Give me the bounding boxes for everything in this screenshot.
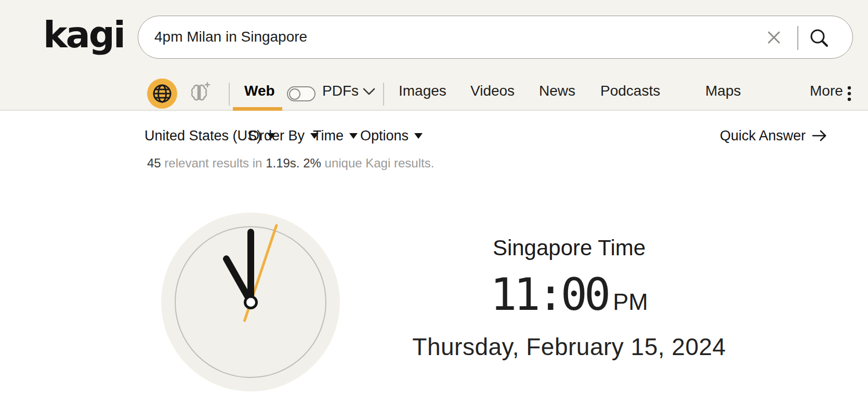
date-display: Thursday, February 15, 2024 [392,334,746,359]
tabbar-divider-right [383,83,384,106]
quick-answer-label: Quick Answer [720,128,806,143]
time-display: 11:00 PM [424,272,715,317]
kagi-search-page: kagi [0,0,868,418]
lens-globe-button[interactable] [147,79,177,109]
analog-clock [161,213,340,391]
kagi-logo[interactable]: kagi [43,14,124,56]
order-by-dropdown-label: Order By [248,128,305,143]
active-tab-underline [233,107,282,111]
quick-answer-button[interactable]: Quick Answer [720,128,827,143]
chevron-down-icon[interactable] [363,88,375,96]
brain-plus-icon [188,81,211,103]
options-dropdown[interactable]: Options [360,128,423,143]
results-timing: 1.19s. 2% [266,156,321,170]
results-count: 45 [147,156,161,170]
options-dropdown-label: Options [360,128,409,143]
kebab-menu-icon[interactable] [847,85,851,103]
time-dropdown[interactable]: Time [313,128,358,143]
search-input[interactable] [154,16,757,58]
results-stats: 45 relevant results in 1.19s. 2% unique … [147,156,434,171]
tab-podcasts[interactable]: Podcasts [600,84,660,98]
tab-news[interactable]: News [539,84,575,98]
region-dropdown-label: United States (US) [144,128,261,143]
clear-search-icon[interactable] [766,30,782,45]
tab-more[interactable]: More [810,84,843,98]
time-value: 11:00 [490,272,613,317]
dropdown-triangle-icon [414,133,423,139]
globe-icon [152,83,173,104]
tab-pdfs[interactable]: PDFs [322,84,359,98]
time-dropdown-label: Time [313,128,344,143]
tab-videos[interactable]: Videos [470,84,515,98]
timezone-title: Singapore Time [424,237,715,259]
search-icon[interactable] [809,28,830,48]
tabbar-divider-left [229,83,230,106]
header: kagi [0,0,868,111]
tab-images[interactable]: Images [399,84,446,98]
pdfs-toggle[interactable] [287,86,315,101]
order-by-dropdown[interactable]: Order By [248,128,319,143]
search-bar [138,16,853,59]
tab-maps[interactable]: Maps [705,84,741,98]
time-meridiem: PM [613,290,648,314]
dropdown-triangle-icon [349,133,358,139]
tab-web[interactable]: Web [244,84,275,98]
arrow-right-icon [812,130,827,141]
assistant-button[interactable] [188,81,211,103]
search-bar-divider [797,26,798,50]
clock-pivot [244,295,258,309]
pdfs-toggle-knob [289,88,300,100]
